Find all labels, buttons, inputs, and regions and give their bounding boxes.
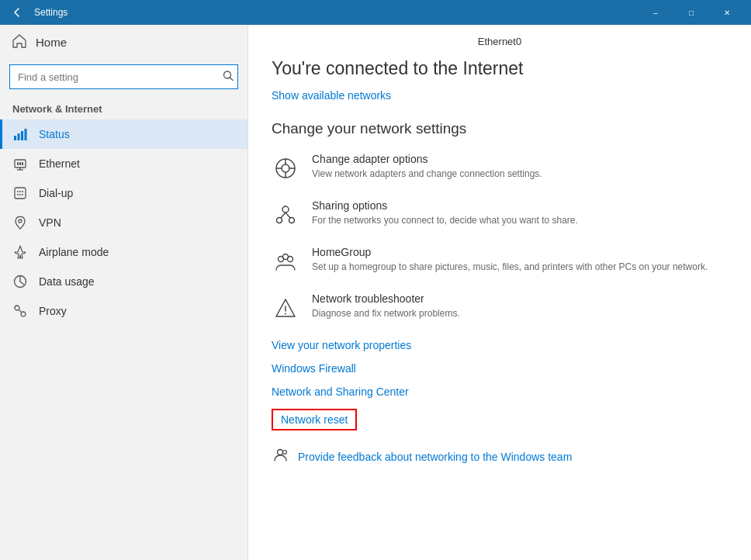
svg-point-30	[282, 206, 289, 213]
svg-rect-11	[22, 162, 23, 165]
svg-rect-4	[21, 131, 23, 140]
change-settings-title: Change your network settings	[272, 120, 728, 137]
sharing-icon	[272, 201, 299, 229]
back-button[interactable]	[6, 2, 28, 23]
home-icon	[12, 34, 26, 50]
close-button[interactable]: ✕	[709, 0, 745, 25]
svg-rect-12	[15, 188, 26, 199]
datausage-icon	[12, 275, 28, 289]
sidebar: Home Network & Internet	[0, 25, 248, 560]
troubleshooter-text: Network troubleshooter Diagnose and fix …	[312, 292, 460, 320]
window-title: Settings	[28, 7, 638, 18]
titlebar: Settings – □ ✕	[0, 0, 751, 25]
home-label: Home	[36, 36, 67, 49]
feedback-text: Provide feedback about networking to the…	[298, 451, 572, 463]
svg-rect-5	[25, 129, 27, 140]
minimize-button[interactable]: –	[638, 0, 673, 25]
svg-point-17	[19, 194, 21, 195]
svg-point-31	[277, 218, 282, 223]
sidebar-item-label: Airplane mode	[39, 246, 109, 258]
view-network-props-link[interactable]: View your network properties	[272, 339, 728, 351]
svg-point-41	[283, 451, 287, 455]
feedback-icon	[272, 446, 289, 467]
settings-item-sharing[interactable]: Sharing options For the networks you con…	[272, 199, 728, 229]
svg-point-37	[283, 254, 289, 260]
window-controls: – □ ✕	[638, 0, 745, 25]
sidebar-item-vpn[interactable]: VPN	[0, 208, 247, 237]
search-input[interactable]	[9, 64, 238, 89]
svg-line-34	[286, 213, 290, 218]
svg-rect-9	[17, 162, 19, 165]
homegroup-title: HomeGroup	[312, 246, 708, 258]
network-reset-wrapper: Network reset	[272, 409, 357, 430]
svg-rect-3	[18, 133, 20, 140]
sidebar-item-label: VPN	[39, 216, 61, 229]
sidebar-item-label: Status	[39, 128, 70, 140]
troubleshooter-icon	[272, 294, 299, 322]
svg-rect-2	[14, 136, 16, 140]
svg-point-21	[15, 306, 19, 310]
adapter-title: Change adapter options	[312, 153, 542, 165]
sidebar-item-label: Dial-up	[39, 187, 73, 199]
svg-line-1	[230, 78, 234, 81]
sidebar-item-proxy[interactable]: Proxy	[0, 296, 247, 326]
dialup-icon	[12, 186, 28, 200]
homegroup-desc: Set up a homegroup to share pictures, mu…	[312, 261, 708, 274]
svg-point-22	[21, 312, 26, 316]
settings-item-troubleshooter[interactable]: Network troubleshooter Diagnose and fix …	[272, 292, 728, 322]
vpn-icon	[12, 216, 28, 230]
ethernet-header: Ethernet0	[272, 25, 728, 50]
svg-point-19	[19, 220, 22, 223]
ethernet-icon	[12, 157, 28, 171]
search-box	[9, 64, 238, 89]
airplane-icon	[12, 245, 28, 259]
svg-point-16	[17, 194, 19, 195]
troubleshooter-title: Network troubleshooter	[312, 292, 460, 305]
svg-point-18	[22, 194, 23, 195]
sharing-desc: For the networks you connect to, decide …	[312, 214, 578, 227]
sharing-title: Sharing options	[312, 199, 578, 212]
network-reset-link[interactable]: Network reset	[281, 413, 348, 426]
sidebar-item-label: Proxy	[39, 305, 67, 317]
sidebar-item-ethernet[interactable]: Ethernet	[0, 149, 247, 178]
sidebar-section-title: Network & Internet	[0, 97, 247, 119]
sidebar-item-dialup[interactable]: Dial-up	[0, 178, 247, 208]
feedback-item[interactable]: Provide feedback about networking to the…	[272, 446, 728, 467]
maximize-button[interactable]: □	[673, 0, 709, 25]
sidebar-item-label: Ethernet	[39, 157, 80, 170]
svg-line-23	[19, 310, 22, 313]
sidebar-item-datausage[interactable]: Data usage	[0, 267, 247, 296]
svg-point-40	[278, 450, 283, 455]
svg-point-13	[17, 191, 19, 192]
status-icon	[12, 127, 28, 141]
svg-point-32	[289, 218, 295, 223]
svg-point-25	[282, 164, 289, 172]
adapter-text: Change adapter options View network adap…	[312, 153, 542, 181]
show-networks-link[interactable]: Show available networks	[272, 89, 391, 102]
homegroup-icon	[272, 247, 299, 275]
svg-point-15	[22, 191, 23, 192]
homegroup-text: HomeGroup Set up a homegroup to share pi…	[312, 246, 708, 274]
settings-item-homegroup[interactable]: HomeGroup Set up a homegroup to share pi…	[272, 246, 728, 275]
sharing-center-link[interactable]: Network and Sharing Center	[272, 385, 728, 398]
troubleshooter-desc: Diagnose and fix network problems.	[312, 307, 460, 320]
search-button[interactable]	[223, 71, 234, 84]
svg-point-39	[285, 313, 286, 315]
windows-firewall-link[interactable]: Windows Firewall	[272, 362, 728, 375]
sidebar-item-home[interactable]: Home	[0, 25, 247, 60]
settings-item-adapter[interactable]: Change adapter options View network adap…	[272, 153, 728, 182]
proxy-icon	[12, 304, 28, 318]
main-content: Ethernet0 You're connected to the Intern…	[248, 25, 751, 560]
app-container: Home Network & Internet	[0, 25, 751, 560]
adapter-icon	[272, 154, 299, 182]
adapter-desc: View network adapters and change connect…	[312, 168, 542, 181]
sidebar-item-label: Data usage	[39, 275, 95, 288]
svg-line-33	[281, 213, 286, 218]
connected-text: You're connected to the Internet	[272, 50, 728, 88]
sidebar-item-status[interactable]: Status	[0, 119, 247, 149]
svg-rect-10	[19, 162, 21, 165]
svg-point-14	[19, 191, 21, 192]
sidebar-item-airplane[interactable]: Airplane mode	[0, 237, 247, 267]
sharing-text: Sharing options For the networks you con…	[312, 199, 578, 227]
